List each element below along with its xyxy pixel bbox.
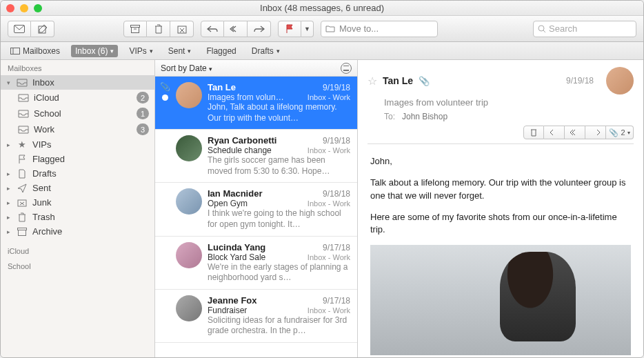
message-row[interactable]: Ian Macnider9/18/18Open GymInbox - WorkI…: [155, 183, 357, 236]
forward-button[interactable]: [248, 21, 271, 37]
flag-menu-button[interactable]: ▼: [301, 21, 314, 37]
message-sender: Lucinda Yang: [208, 242, 265, 252]
message-date: 9/17/18: [323, 296, 350, 306]
fav-drafts[interactable]: Drafts▾: [248, 45, 284, 57]
message-row[interactable]: Ryan Carbonetti9/19/18Schedule changeInb…: [155, 130, 357, 183]
reader-reply-all-button[interactable]: [565, 126, 585, 139]
disclosure-triangle[interactable]: ▸: [5, 185, 12, 192]
chevron-down-icon: ▾: [627, 130, 630, 136]
inbox-icon: [17, 110, 30, 118]
badge-count: 1: [137, 108, 149, 119]
reader-delete-button[interactable]: [523, 126, 544, 139]
document-icon: [16, 169, 28, 179]
archive-button[interactable]: [123, 21, 147, 37]
disclosure-triangle[interactable]: ▸: [5, 141, 12, 148]
reader-to[interactable]: John Bishop: [402, 112, 447, 121]
search-icon: [538, 25, 546, 33]
junk-button[interactable]: [170, 21, 194, 37]
sidebar-vips-label: VIPs: [32, 139, 149, 150]
fav-sent-label: Sent: [168, 46, 185, 56]
disclosure-triangle[interactable]: ▾: [5, 79, 12, 86]
message-subject: Schedule change: [208, 146, 272, 155]
sidebar-trash-label: Trash: [32, 212, 149, 222]
compose-button[interactable]: [31, 21, 54, 37]
svg-line-7: [543, 30, 545, 32]
to-label: To:: [384, 112, 395, 121]
inbox-icon: [17, 94, 30, 102]
sidebar-inbox[interactable]: ▾Inbox: [1, 75, 154, 90]
message-sender: Tan Le: [208, 82, 236, 92]
filter-icon[interactable]: [341, 63, 352, 74]
disclosure-triangle[interactable]: ▸: [5, 228, 12, 235]
reader-forward-button[interactable]: [585, 126, 606, 139]
flag-button[interactable]: [278, 21, 301, 37]
search-field[interactable]: Search: [533, 21, 636, 37]
message-row[interactable]: Lucinda Yang9/17/18Block Yard SaleInbox …: [155, 237, 357, 290]
message-date: 9/17/18: [323, 243, 350, 252]
sidebar-flagged[interactable]: Flagged: [1, 152, 154, 166]
chevron-down-icon: ▾: [276, 48, 280, 54]
message-subject: Images from volun…: [208, 92, 284, 102]
sidebar-archive[interactable]: ▸Archive: [1, 224, 154, 239]
fav-sent[interactable]: Sent▾: [164, 45, 196, 57]
sidebar-junk-label: Junk: [32, 197, 149, 208]
sidebar-archive-label: Archive: [32, 226, 149, 237]
message-preview: Soliciting ideas for a fundraiser for 3r…: [208, 315, 350, 337]
sidebar-vips[interactable]: ▸★VIPs: [1, 137, 154, 152]
divider: [368, 143, 634, 144]
mailboxes-toggle[interactable]: Mailboxes: [6, 45, 64, 57]
get-mail-button[interactable]: [8, 21, 31, 37]
sidebar-flagged-label: Flagged: [32, 154, 149, 164]
move-to-dropdown[interactable]: Move to...: [321, 21, 438, 37]
vip-star-icon[interactable]: ☆: [368, 74, 377, 88]
body-paragraph: John,: [370, 155, 631, 168]
svg-rect-3: [132, 27, 139, 32]
sidebar-junk[interactable]: ▸Junk: [1, 195, 154, 210]
body-paragraph: Here are some of my favorite shots from …: [370, 211, 631, 237]
svg-rect-5: [178, 26, 186, 33]
disclosure-triangle[interactable]: ▸: [5, 170, 12, 177]
sort-bar[interactable]: Sort by Date ▾: [155, 60, 357, 77]
reader-attachments-button[interactable]: 📎2▾: [606, 126, 634, 139]
disclosure-triangle[interactable]: ▸: [5, 214, 12, 221]
fav-flagged[interactable]: Flagged: [202, 45, 240, 57]
mailboxes-label: Mailboxes: [23, 46, 60, 56]
toolbar: ▼ Move to... Search: [1, 16, 643, 42]
sidebar-school[interactable]: School1: [1, 106, 154, 121]
message-row[interactable]: Jeanne Fox9/17/18FundraiserInbox - WorkS…: [155, 290, 357, 343]
message-row[interactable]: 📎Tan Le9/19/18Images from volun…Inbox - …: [155, 77, 357, 130]
fav-inbox[interactable]: Inbox (6)▾: [71, 45, 118, 57]
sort-label: Sort by Date: [161, 63, 207, 73]
fav-vips[interactable]: VIPs▾: [125, 45, 157, 57]
sidebar-work[interactable]: Work3: [1, 121, 154, 137]
fav-inbox-label: Inbox (6): [75, 46, 108, 56]
attachment-icon: 📎: [160, 82, 170, 92]
titlebar: Inbox (48 messages, 6 unread): [1, 1, 643, 16]
reply-all-button[interactable]: [224, 21, 248, 37]
message-date: 9/19/18: [323, 83, 350, 92]
sidebar-trash[interactable]: ▸Trash: [1, 210, 154, 224]
sidebar-header: Mailboxes: [1, 60, 154, 75]
message-mailbox-tag: Inbox - Work: [308, 93, 350, 101]
inbox-icon: [17, 126, 30, 134]
reader-reply-button[interactable]: [544, 126, 565, 139]
delete-button[interactable]: [147, 21, 170, 37]
folder-icon: [325, 25, 335, 32]
search-placeholder: Search: [549, 23, 577, 34]
sidebar-icloud[interactable]: iCloud2: [1, 90, 154, 106]
sidebar-account-school[interactable]: School: [1, 258, 154, 273]
disclosure-triangle[interactable]: ▸: [5, 199, 12, 206]
sidebar-account-icloud[interactable]: iCloud: [1, 243, 154, 258]
sidebar-drafts-label: Drafts: [32, 168, 149, 179]
attachment-image[interactable]: [370, 245, 631, 355]
fav-flagged-label: Flagged: [206, 46, 236, 56]
avatar: [176, 242, 202, 268]
message-mailbox-tag: Inbox - Work: [308, 306, 350, 315]
flag-icon: [16, 155, 28, 164]
sidebar-drafts[interactable]: ▸Drafts: [1, 166, 154, 181]
message-subject: Fundraiser: [208, 306, 247, 315]
message-sender: Ryan Carbonetti: [208, 135, 276, 146]
reply-button[interactable]: [201, 21, 224, 37]
sidebar-sent[interactable]: ▸Sent: [1, 181, 154, 195]
sidebar-work-label: Work: [34, 124, 132, 135]
